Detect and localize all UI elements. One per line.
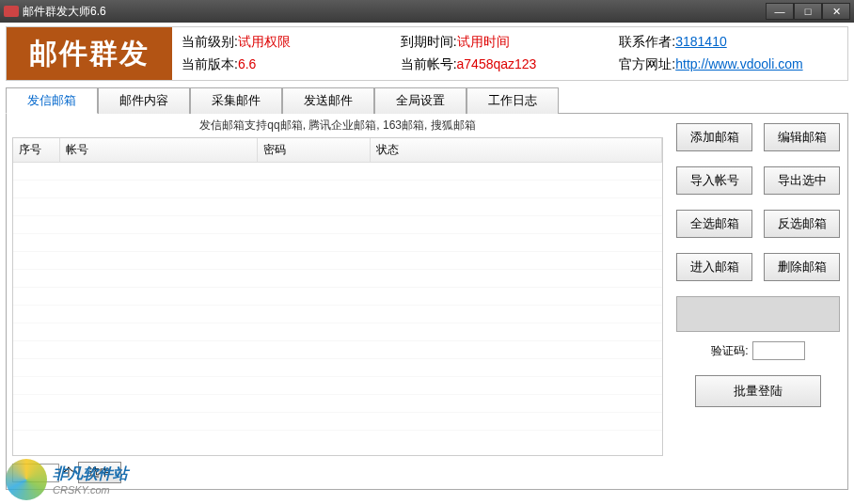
account-value: a7458qaz123 — [457, 56, 537, 73]
edit-mailbox-button[interactable]: 编辑邮箱 — [764, 123, 840, 151]
right-panel: 添加邮箱 编辑邮箱 导入帐号 导出选中 全选邮箱 反选邮箱 进入邮箱 删除邮箱 … — [669, 114, 847, 489]
col-index[interactable]: 序号 — [13, 138, 60, 162]
count-input[interactable] — [12, 464, 59, 482]
tab-mail-content[interactable]: 邮件内容 — [98, 87, 190, 114]
captcha-input[interactable] — [752, 341, 805, 360]
left-panel: 发信邮箱支持qq邮箱, 腾讯企业邮箱, 163邮箱, 搜狐邮箱 序号 帐号 密码… — [7, 114, 669, 489]
author-label: 联系作者: — [619, 34, 675, 51]
tab-global-settings[interactable]: 全局设置 — [374, 87, 467, 114]
hint-text: 发信邮箱支持qq邮箱, 腾讯企业邮箱, 163邮箱, 搜狐邮箱 — [7, 114, 669, 137]
mailbox-table: 序号 帐号 密码 状态 — [12, 137, 663, 456]
version-label: 当前版本: — [182, 56, 238, 73]
tab-collect-mail[interactable]: 采集邮件 — [190, 87, 282, 114]
app-icon — [4, 6, 19, 17]
tab-send-mailbox[interactable]: 发信邮箱 — [6, 87, 98, 114]
version-value: 6.6 — [238, 56, 256, 73]
level-value: 试用权限 — [238, 34, 291, 51]
enter-mailbox-button[interactable]: 进入邮箱 — [676, 253, 752, 281]
select-all-button[interactable]: 全选邮箱 — [676, 210, 752, 238]
col-password[interactable]: 密码 — [258, 138, 371, 162]
window-title: 邮件群发大师6.6 — [23, 4, 766, 20]
delete-mailbox-button[interactable]: 删除邮箱 — [764, 253, 840, 281]
import-account-button[interactable]: 导入帐号 — [676, 166, 752, 195]
expire-value: 试用时间 — [457, 34, 510, 51]
expire-label: 到期时间: — [401, 34, 457, 51]
batch-login-button[interactable]: 批量登陆 — [695, 375, 821, 407]
maximize-button[interactable]: □ — [794, 3, 822, 20]
export-selected-button[interactable]: 导出选中 — [764, 166, 840, 195]
site-label: 官方网址: — [619, 56, 675, 73]
minimize-button[interactable]: — — [766, 3, 794, 20]
header-panel: 邮件群发 当前级别:试用权限 到期时间:试用时间 联系作者:3181410 当前… — [6, 26, 848, 81]
table-header: 序号 帐号 密码 状态 — [13, 138, 662, 163]
app-logo-text: 邮件群发 — [7, 27, 172, 80]
table-body[interactable] — [13, 163, 662, 445]
col-account[interactable]: 帐号 — [60, 138, 258, 162]
invert-selection-button[interactable]: 反选邮箱 — [764, 210, 840, 238]
add-mailbox-button[interactable]: 添加邮箱 — [676, 123, 752, 151]
captcha-label: 验证码: — [711, 343, 748, 359]
count-unit: 个 — [63, 465, 74, 480]
level-label: 当前级别: — [182, 34, 238, 51]
close-button[interactable]: ✕ — [822, 3, 850, 20]
captcha-image-box — [676, 296, 840, 332]
col-status[interactable]: 状态 — [371, 138, 662, 162]
author-link[interactable]: 3181410 — [675, 34, 727, 51]
table-footer: 个 选中 — [7, 456, 669, 489]
title-bar: 邮件群发大师6.6 — □ ✕ — [0, 0, 854, 23]
tab-send-mail[interactable]: 发送邮件 — [282, 87, 374, 114]
tab-bar: 发信邮箱 邮件内容 采集邮件 发送邮件 全局设置 工作日志 — [6, 87, 848, 114]
site-link[interactable]: http://www.vdooli.com — [675, 56, 802, 73]
select-button[interactable]: 选中 — [78, 462, 121, 483]
account-label: 当前帐号: — [401, 56, 457, 73]
tab-work-log[interactable]: 工作日志 — [467, 87, 559, 114]
content-area: 发信邮箱支持qq邮箱, 腾讯企业邮箱, 163邮箱, 搜狐邮箱 序号 帐号 密码… — [6, 114, 848, 490]
info-grid: 当前级别:试用权限 到期时间:试用时间 联系作者:3181410 当前版本:6.… — [172, 27, 847, 80]
